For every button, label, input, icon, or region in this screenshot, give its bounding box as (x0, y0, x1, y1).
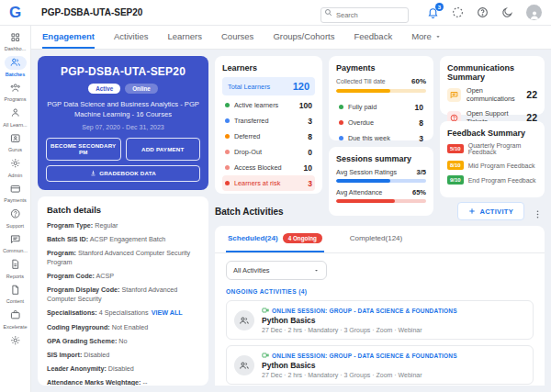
payment-row-fully-paid[interactable]: Fully paid 10 (336, 99, 426, 115)
become-secondary-pm-button[interactable]: BECOME SECONDARY PM (46, 138, 121, 161)
row-label: Open communications (467, 86, 526, 103)
add-payment-button[interactable]: ADD PAYMENT (126, 138, 201, 161)
row-value: 3 (308, 117, 312, 126)
total-learners-row[interactable]: Total Learners 120 (222, 77, 315, 95)
learner-row-at-risk[interactable]: Learners at risk 3 (222, 175, 315, 191)
sidebar-item-communications[interactable]: Commun... (0, 232, 31, 253)
activity-title: Python Basics (262, 361, 457, 370)
field-value: ACSP (96, 272, 115, 280)
sidebar-item-programs[interactable]: Programs (0, 81, 31, 102)
sidebar-item-all-learners[interactable]: All Learn... (0, 106, 31, 128)
status-dot (225, 134, 230, 139)
nav-tabs: Engagement Activities Learners Courses G… (31, 26, 551, 50)
dark-mode-toggle[interactable] (501, 6, 513, 18)
sidebar-item-excelerate[interactable]: Excelerate (0, 308, 31, 330)
dashed-circle-icon (452, 6, 464, 18)
sidebar-label: All Learn... (3, 122, 27, 128)
collected-progress-bar (336, 89, 426, 93)
sidebar-item-gurus[interactable]: Gurus (0, 131, 31, 152)
gurus-icon (10, 133, 21, 144)
notifications-button[interactable]: 3 (427, 6, 439, 18)
payment-row-overdue[interactable]: Overdue 8 (336, 115, 426, 130)
tab-feedback[interactable]: Feedback (354, 26, 392, 49)
learner-row-access-blocked[interactable]: Access Blocked 10 (222, 160, 315, 175)
learner-row-active[interactable]: Active learners 100 (222, 97, 315, 113)
activities-tabs: Scheduled(24) 4 Ongoing Completed(124) (215, 226, 545, 253)
search-input[interactable] (320, 7, 409, 23)
tab-scheduled[interactable]: Scheduled(24) 4 Ongoing (226, 226, 324, 252)
tab-more-label: More (411, 31, 432, 41)
tab-more[interactable]: More (411, 26, 442, 49)
tab-courses[interactable]: Courses (221, 26, 253, 49)
field-value: Regular (95, 221, 118, 230)
sidebar-item-settings[interactable] (0, 333, 31, 347)
gradebook-button-label: GRADEBOOK DATA (99, 170, 156, 176)
collected-label: Collected Till date (336, 78, 386, 84)
tab-activities[interactable]: Activities (114, 26, 148, 49)
row-label: Deferred (234, 132, 308, 140)
field-value: Not Enabled (112, 323, 149, 331)
admin-gear-icon (10, 158, 21, 169)
chevron-down-icon (313, 267, 320, 274)
learner-row-deferred[interactable]: Deferred 8 (222, 129, 315, 144)
status-badge-online: Online (125, 84, 158, 94)
status-dot (225, 118, 230, 123)
person-icon (529, 9, 540, 20)
tab-groups-cohorts[interactable]: Groups/Cohorts (273, 26, 334, 49)
feedback-summary-card: Feedback Summary 5/10 Quarterly Program … (440, 121, 545, 197)
sidebar-item-payments[interactable]: Payments (0, 182, 31, 203)
programs-icon (10, 83, 21, 94)
activity-category: ONLINE SESSION: GROUP - DATA SCIENCE & F… (272, 353, 457, 359)
session-ratings-bar (336, 179, 426, 183)
open-communications-row[interactable]: Open communications 22 (447, 86, 537, 103)
tab-engagement[interactable]: Engagement (42, 26, 95, 49)
learner-row-transferred[interactable]: Transferred 3 (222, 113, 315, 129)
feedback-row-mid[interactable]: 8/10 Mid Program Feedback (447, 161, 537, 170)
batch-activities-card: Scheduled(24) 4 Ongoing Completed(124) A… (215, 226, 545, 386)
sidebar-item-dashboard[interactable]: Dashbo... (0, 30, 31, 51)
whats-new-button[interactable] (452, 6, 464, 18)
group-session-icon (239, 315, 250, 326)
activity-meta: 27 Dec · 2 hrs · Mandatory · 3 Groups · … (262, 372, 457, 378)
row-value: 10 (415, 103, 423, 112)
payment-row-due-this-week[interactable]: Due this week 3 (336, 130, 426, 146)
topbar: G PGP-DSBA-UTA-SEP20 3 (0, 0, 551, 26)
feedback-row-quarterly[interactable]: 5/10 Quarterly Program Feedback (447, 142, 537, 155)
chat-icon (10, 234, 21, 245)
activity-item[interactable]: ONLINE SESSION: GROUP - DATA SCIENCE & F… (226, 300, 534, 340)
gradebook-data-button[interactable]: GRADEBOOK DATA (46, 165, 200, 182)
sessions-title: Sessions summary (336, 154, 426, 163)
activity-category: ONLINE SESSION: GROUP - DATA SCIENCE & F… (272, 308, 457, 314)
sidebar-item-reports[interactable]: Reports (0, 258, 31, 279)
activities-menu-button[interactable] (533, 207, 543, 217)
row-value: 10 (304, 163, 312, 173)
add-activity-label: ACTIVITY (479, 207, 513, 216)
field-value: Disabled (108, 364, 134, 373)
row-label: Overdue (348, 118, 419, 127)
learner-icon (10, 107, 21, 118)
feedback-row-end[interactable]: 9/10 End Program Feedback (447, 175, 537, 185)
payments-card: Payments Collected Till date 60% Fully p… (329, 56, 433, 140)
tab-scheduled-label: Scheduled(24) (228, 234, 278, 242)
user-avatar[interactable] (526, 5, 542, 20)
field-label: Batch SIS ID: (47, 235, 88, 243)
sidebar-item-admin[interactable]: Admin (0, 157, 31, 178)
sidebar-item-content[interactable]: Content (0, 283, 31, 304)
brand-logo[interactable]: G (9, 4, 32, 22)
activities-filter-dropdown[interactable]: All Activities (226, 261, 327, 280)
add-activity-button[interactable]: ACTIVITY (457, 202, 524, 220)
field-gpa-grading: GPA Grading Scheme: No (47, 337, 199, 346)
field-value: No (118, 337, 127, 345)
tab-completed[interactable]: Completed(124) (348, 226, 404, 252)
learner-row-dropout[interactable]: Drop-Out 0 (222, 144, 315, 160)
group-session-icon (239, 360, 250, 371)
row-label: Active learners (234, 101, 299, 109)
activity-item[interactable]: ONLINE SESSION: GROUP - DATA SCIENCE & F… (226, 345, 534, 385)
kebab-menu-icon (533, 209, 543, 219)
help-button[interactable] (477, 6, 489, 18)
sidebar-item-batches[interactable]: Batches (0, 56, 31, 77)
sidebar-item-support[interactable]: Support (0, 207, 31, 229)
search-box[interactable] (320, 5, 409, 20)
tab-learners[interactable]: Learners (168, 26, 203, 49)
view-all-link[interactable]: VIEW ALL (152, 308, 183, 317)
